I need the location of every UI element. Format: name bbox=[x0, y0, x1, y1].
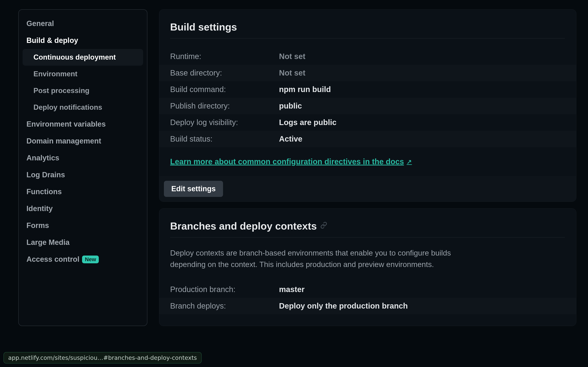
row-key: Deploy log visibility: bbox=[170, 118, 279, 127]
sidebar-item-general[interactable]: General bbox=[19, 15, 147, 32]
sidebar-item-log-drains[interactable]: Log Drains bbox=[19, 167, 147, 183]
sidebar-sub-deploy-notifications[interactable]: Deploy notifications bbox=[19, 99, 147, 116]
sidebar-item-analytics[interactable]: Analytics bbox=[19, 150, 147, 167]
external-link-icon: ↗ bbox=[406, 158, 412, 166]
main-content: Build settings Runtime: Not set Base dir… bbox=[159, 9, 576, 326]
build-settings-table: Runtime: Not set Base directory: Not set… bbox=[170, 48, 565, 147]
row-key: Build command: bbox=[170, 85, 279, 94]
row-build-command: Build command: npm run build bbox=[170, 81, 565, 98]
row-value: Not set bbox=[279, 68, 305, 77]
status-url-bar: app.netlify.com/sites/suspiciou…#branche… bbox=[3, 352, 202, 364]
row-value: master bbox=[279, 285, 304, 294]
build-settings-card: Build settings Runtime: Not set Base dir… bbox=[159, 9, 576, 202]
docs-link-text: Learn more about common configuration di… bbox=[170, 157, 404, 166]
row-value: public bbox=[279, 101, 302, 110]
settings-sidebar: General Build & deploy Continuous deploy… bbox=[18, 9, 147, 326]
build-settings-title: Build settings bbox=[170, 21, 565, 38]
branches-card: Branches and deploy contexts Deploy cont… bbox=[159, 208, 576, 326]
row-build-status: Build status: Active bbox=[159, 131, 576, 147]
row-value: Not set bbox=[279, 52, 305, 61]
row-production-branch: Production branch: master bbox=[170, 281, 565, 298]
sidebar-item-identity[interactable]: Identity bbox=[19, 200, 147, 217]
row-key: Publish directory: bbox=[170, 101, 279, 110]
row-key: Branch deploys: bbox=[170, 301, 279, 310]
row-key: Production branch: bbox=[170, 285, 279, 294]
sidebar-sub-post-processing[interactable]: Post processing bbox=[19, 82, 147, 99]
row-value: Logs are public bbox=[279, 118, 337, 127]
sidebar-item-forms[interactable]: Forms bbox=[19, 217, 147, 234]
row-runtime: Runtime: Not set bbox=[170, 48, 565, 65]
row-value: npm run build bbox=[279, 85, 331, 94]
row-deploy-log-visibility: Deploy log visibility: Logs are public bbox=[170, 114, 565, 131]
sidebar-item-env-vars[interactable]: Environment variables bbox=[19, 116, 147, 133]
sidebar-item-build-deploy[interactable]: Build & deploy bbox=[19, 32, 147, 49]
row-value: Deploy only the production branch bbox=[279, 301, 408, 310]
sidebar-item-domain-management[interactable]: Domain management bbox=[19, 133, 147, 150]
anchor-link-icon[interactable] bbox=[320, 222, 327, 231]
row-value: Active bbox=[279, 134, 302, 143]
card-action-row: Edit settings bbox=[159, 176, 576, 201]
sidebar-item-functions[interactable]: Functions bbox=[19, 183, 147, 200]
branches-title-text: Branches and deploy contexts bbox=[170, 220, 317, 232]
branches-title: Branches and deploy contexts bbox=[170, 220, 565, 237]
sidebar-item-large-media[interactable]: Large Media bbox=[19, 234, 147, 251]
branches-description: Deploy contexts are branch-based environ… bbox=[170, 247, 472, 270]
sidebar-sub-environment[interactable]: Environment bbox=[19, 66, 147, 82]
sidebar-item-label: Access control bbox=[26, 255, 79, 264]
row-key: Build status: bbox=[170, 134, 279, 143]
edit-settings-button[interactable]: Edit settings bbox=[164, 181, 223, 197]
row-branch-deploys: Branch deploys: Deploy only the producti… bbox=[159, 298, 576, 314]
branches-table: Production branch: master Branch deploys… bbox=[170, 281, 565, 314]
new-badge: New bbox=[82, 256, 99, 263]
row-base-directory: Base directory: Not set bbox=[159, 65, 576, 81]
docs-link[interactable]: Learn more about common configuration di… bbox=[170, 157, 412, 166]
row-key: Base directory: bbox=[170, 68, 279, 77]
row-publish-directory: Publish directory: public bbox=[159, 98, 576, 114]
row-key: Runtime: bbox=[170, 52, 279, 61]
sidebar-item-access-control[interactable]: Access control New bbox=[19, 251, 147, 268]
sidebar-sub-continuous-deployment[interactable]: Continuous deployment bbox=[23, 49, 143, 66]
